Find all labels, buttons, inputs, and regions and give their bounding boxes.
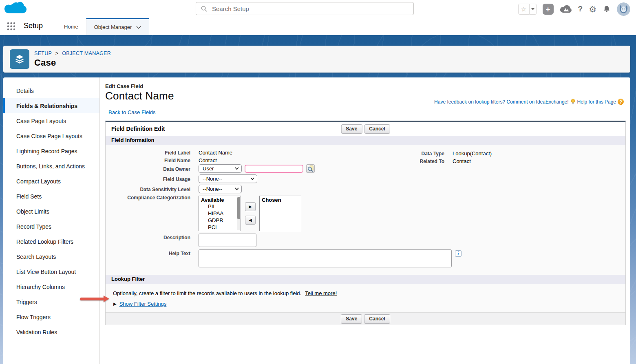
description-label: Description [106, 234, 199, 247]
red-arrow-shaft [80, 298, 104, 300]
trailhead-button[interactable] [560, 4, 572, 13]
tell-me-more-link[interactable]: Tell me more! [305, 290, 337, 296]
field-usage-label: Field Usage [106, 174, 199, 183]
help-button[interactable]: ? [578, 4, 583, 13]
related-to-value: Contact [453, 157, 471, 164]
header-actions: ☆ + ? ⚙ [518, 2, 630, 16]
lookup-button[interactable] [306, 164, 315, 173]
compliance-option-hipaa[interactable]: HIPAA [201, 210, 241, 217]
sidebar-item-fields-relationships[interactable]: Fields & Relationships [3, 98, 99, 113]
save-button-bottom[interactable]: Save [341, 314, 362, 324]
sidebar-item-compact-layouts[interactable]: Compact Layouts [3, 174, 99, 189]
feedback-link[interactable]: Have feedback on lookup filters? Comment… [434, 99, 569, 105]
breadcrumb-setup-link[interactable]: SETUP [34, 51, 52, 56]
show-filter-settings-link[interactable]: Show Filter Settings [119, 301, 167, 307]
global-search [196, 2, 414, 15]
breadcrumb-separator: > [55, 51, 59, 56]
trailhead-icon [560, 4, 572, 13]
data-owner-lookup-input[interactable] [245, 165, 303, 173]
field-name-value: Contact [199, 157, 217, 163]
tab-object-manager[interactable]: Object Manager [86, 18, 150, 35]
sidebar-item-flow-triggers[interactable]: Flow Triggers [3, 309, 99, 324]
back-to-case-fields-link[interactable]: Back to Case Fields [108, 109, 156, 115]
compliance-option-pci[interactable]: PCI [201, 224, 241, 231]
data-owner-selected-value: User [203, 165, 214, 172]
listbox-scrollbar[interactable] [237, 196, 240, 230]
data-sensitivity-selected-value: --None-- [203, 186, 222, 192]
sidebar-item-field-sets[interactable]: Field Sets [3, 189, 99, 204]
breadcrumb-object-manager-link[interactable]: OBJECT MANAGER [62, 51, 111, 56]
layers-icon [14, 53, 25, 65]
field-usage-select[interactable]: --None-- [199, 174, 257, 183]
sidebar-item-details[interactable]: Details [3, 83, 99, 98]
cancel-button-bottom[interactable]: Cancel [364, 314, 390, 324]
edit-field-eyebrow: Edit Case Field [105, 83, 626, 89]
search-input[interactable] [212, 5, 400, 12]
arrow-left-icon: ◀ [249, 218, 252, 222]
setup-gear-button[interactable]: ⚙ [589, 5, 596, 13]
search-icon [201, 6, 207, 12]
field-information-form: Field Label Contact Name Field Name Cont… [106, 145, 625, 275]
favorites-button[interactable]: ☆ [518, 4, 530, 15]
object-manager-tile-icon [10, 49, 29, 69]
help-text-textarea[interactable] [199, 249, 452, 267]
quick-create-button[interactable]: + [543, 4, 554, 15]
bell-icon [603, 5, 611, 13]
notifications-button[interactable] [603, 5, 611, 13]
tab-home[interactable]: Home [56, 18, 86, 35]
data-owner-label: Data Owner [106, 164, 199, 173]
favorites-dropdown-button[interactable] [530, 4, 537, 15]
sidebar-item-hierarchy-columns[interactable]: Hierarchy Columns [3, 279, 99, 294]
setup-tab-bar: Setup Home Object Manager [0, 18, 636, 35]
section-field-information: Field Information [106, 136, 625, 145]
chosen-title: Chosen [262, 197, 301, 203]
data-type-value: Lookup(Contact) [453, 150, 492, 157]
info-icon[interactable]: i [455, 250, 462, 257]
help-circle-icon[interactable]: ? [618, 99, 624, 105]
sidebar-item-related-lookup-filters[interactable]: Related Lookup Filters [3, 234, 99, 249]
lookup-filter-body: Optionally, create a filter to limit the… [106, 284, 625, 312]
user-avatar[interactable] [617, 2, 630, 16]
move-to-chosen-button[interactable]: ▶ [245, 202, 256, 211]
sidebar-item-lightning-record-pages[interactable]: Lightning Record Pages [3, 143, 99, 159]
listbox-scrollbar-thumb[interactable] [237, 197, 240, 219]
global-header: ☆ + ? ⚙ [0, 0, 636, 18]
star-icon: ☆ [521, 5, 526, 13]
disclosure-triangle-icon[interactable]: ▶ [113, 302, 117, 306]
save-button-top[interactable]: Save [341, 124, 362, 134]
field-info-right-column: Data Type Lookup(Contact) Related To Con… [400, 150, 492, 165]
compliance-option-pii[interactable]: PII [201, 203, 241, 210]
data-sensitivity-select[interactable]: --None-- [199, 185, 242, 193]
question-icon: ? [578, 4, 583, 13]
sidebar-item-case-close-page-layouts[interactable]: Case Close Page Layouts [3, 128, 99, 143]
compliance-chosen-listbox[interactable]: Chosen [259, 196, 301, 231]
help-text-label: Help Text [106, 249, 199, 267]
sidebar-item-list-view-button-layout[interactable]: List View Button Layout [3, 264, 99, 279]
sidebar-item-search-layouts[interactable]: Search Layouts [3, 249, 99, 264]
salesforce-logo-icon [4, 0, 27, 18]
app-launcher-button[interactable] [7, 22, 15, 31]
panel-title: Field Definition Edit [106, 126, 165, 132]
sidebar-item-record-types[interactable]: Record Types [3, 219, 99, 234]
available-title: Available [201, 197, 241, 203]
arrow-right-icon: ▶ [249, 205, 252, 209]
cancel-button-top[interactable]: Cancel [364, 124, 390, 134]
salesforce-setup-page: ☆ + ? ⚙ Setup Home Object Manager [0, 0, 636, 364]
description-textarea[interactable] [199, 234, 256, 247]
red-arrow-annotation [80, 296, 109, 302]
move-to-available-button[interactable]: ◀ [245, 216, 256, 225]
sidebar-item-validation-rules[interactable]: Validation Rules [3, 324, 99, 340]
compliance-label: Compliance Categorization [106, 195, 199, 231]
gear-icon: ⚙ [589, 5, 596, 13]
field-label-value: Contact Name [199, 149, 232, 156]
red-arrow-head [104, 296, 109, 302]
field-usage-selected-value: --None-- [203, 176, 222, 182]
sidebar-item-object-limits[interactable]: Object Limits [3, 204, 99, 219]
data-owner-select[interactable]: User [199, 164, 242, 173]
sidebar-item-case-page-layouts[interactable]: Case Page Layouts [3, 113, 99, 128]
help-for-page-link[interactable]: Help for this Page [577, 99, 616, 105]
sidebar-item-buttons-links-actions[interactable]: Buttons, Links, and Actions [3, 159, 99, 174]
avatar-astro-icon [617, 2, 630, 16]
compliance-option-gdpr[interactable]: GDPR [201, 217, 241, 224]
compliance-available-listbox[interactable]: Available PII HIPAA GDPR PCI [199, 196, 241, 231]
